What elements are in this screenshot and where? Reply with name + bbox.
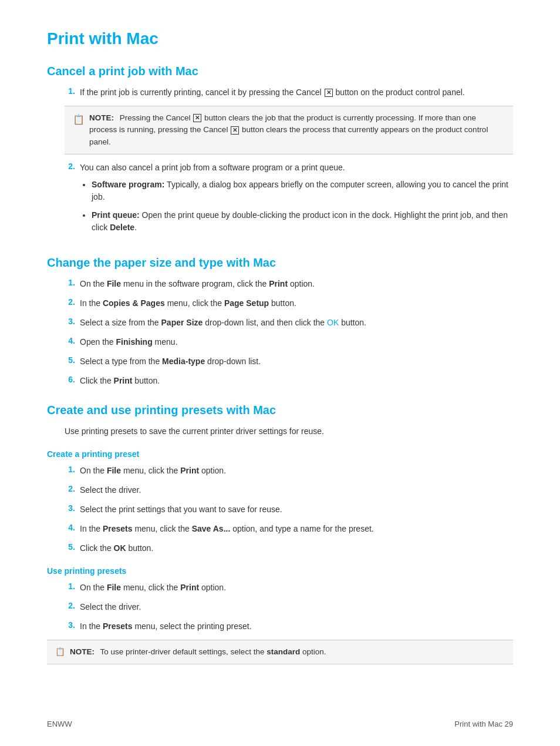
footer-right: Print with Mac 29: [454, 720, 513, 728]
bullet-print-queue: Print queue: Open the print queue by dou…: [92, 209, 513, 234]
paper-step-2: 2. In the Copies & Pages menu, click the…: [65, 297, 513, 310]
cancel-x-icon-3: ✕: [231, 126, 239, 135]
create-step-2: 2. Select the driver.: [65, 484, 513, 496]
cancel-step-1: 1. If the print job is currently printin…: [65, 86, 513, 99]
create-step-1: 1. On the File menu, click the Print opt…: [65, 465, 513, 477]
cancel-x-icon: ✕: [325, 89, 333, 97]
change-paper-steps: 1. On the File menu in the software prog…: [47, 278, 513, 387]
bottom-note-text: NOTE: To use printer-driver default sett…: [70, 646, 326, 658]
paper-step-4: 4. Open the Finishing menu.: [65, 336, 513, 348]
use-preset-steps: 1. On the File menu, click the Print opt…: [47, 582, 513, 633]
cancel-note-text: NOTE: Pressing the Cancel ✕ button clear…: [89, 112, 505, 148]
ok-link: OK: [327, 318, 339, 327]
cancel-x-icon-2: ✕: [193, 114, 201, 122]
paper-step-5: 5. Select a type from the Media-type dro…: [65, 355, 513, 368]
change-paper-section-title: Change the paper size and type with Mac: [47, 256, 513, 270]
footer-left: ENWW: [47, 720, 72, 728]
cancel-note-box: 📋 NOTE: Pressing the Cancel ✕ button cle…: [65, 106, 513, 154]
cancel-print-steps-2: 2. You can also cancel a print job from …: [47, 162, 513, 240]
create-step-4: 4. In the Presets menu, click the Save A…: [65, 523, 513, 535]
page-title: Print with Mac: [47, 29, 513, 48]
use-step-1: 1. On the File menu, click the Print opt…: [65, 582, 513, 594]
use-preset-subtitle: Use printing presets: [47, 566, 513, 576]
create-step-3: 3. Select the print settings that you wa…: [65, 503, 513, 516]
create-preset-subtitle: Create a printing preset: [47, 449, 513, 459]
create-step-5: 5. Click the OK button.: [65, 542, 513, 555]
create-preset-steps: 1. On the File menu, click the Print opt…: [47, 465, 513, 555]
use-step-3: 3. In the Presets menu, select the print…: [65, 620, 513, 633]
use-step-2: 2. Select the driver.: [65, 601, 513, 613]
note-icon: 📋: [73, 113, 85, 148]
bullet-software-program: Software program: Typically, a dialog bo…: [92, 179, 513, 203]
paper-step-6: 6. Click the Print button.: [65, 375, 513, 387]
page-footer: ENWW Print with Mac 29: [47, 720, 513, 728]
paper-step-3: 3. Select a size from the Paper Size dro…: [65, 317, 513, 329]
cancel-print-steps: 1. If the print job is currently printin…: [47, 86, 513, 99]
cancel-bullet-list: Software program: Typically, a dialog bo…: [80, 179, 513, 234]
cancel-print-section-title: Cancel a print job with Mac: [47, 65, 513, 78]
paper-step-1: 1. On the File menu in the software prog…: [65, 278, 513, 290]
bottom-note-box: 📋 NOTE: To use printer-driver default se…: [47, 640, 513, 664]
presets-intro: Use printing presets to save the current…: [65, 425, 513, 438]
presets-section-title: Create and use printing presets with Mac: [47, 404, 513, 417]
bottom-note-icon: 📋: [55, 646, 65, 658]
cancel-step-2: 2. You can also cancel a print job from …: [65, 162, 513, 240]
